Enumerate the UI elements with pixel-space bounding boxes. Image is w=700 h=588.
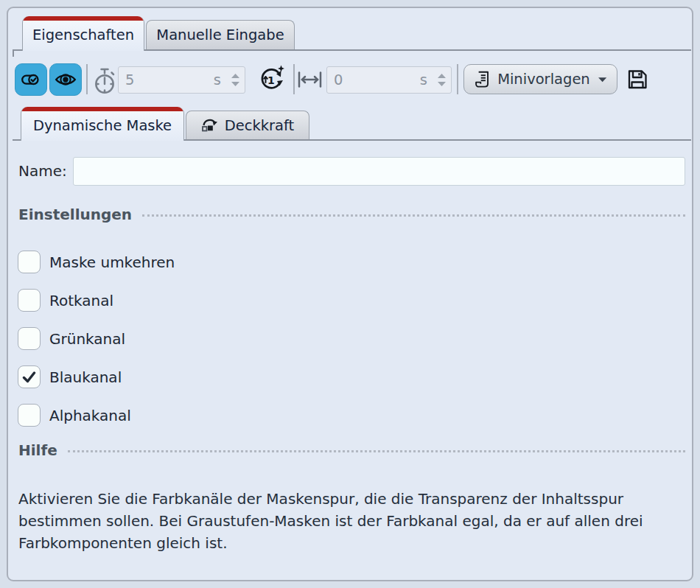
toolbar-separator: [86, 64, 88, 94]
duration-spinbox[interactable]: s: [118, 66, 245, 94]
duration-input[interactable]: [125, 71, 214, 88]
help-section-header: Hilfe: [18, 441, 685, 459]
channel-checkbox-group: Maske umkehren Rotkanal Grünkanal Blauka…: [18, 251, 175, 442]
rotate-icon: [201, 117, 219, 133]
checkbox-label[interactable]: Grünkanal: [49, 330, 125, 348]
tab-deckkraft-label: Deckkraft: [225, 117, 294, 134]
active-tab-accent: [21, 107, 183, 111]
checkbox-gruenkanal[interactable]: Grünkanal: [18, 327, 175, 350]
spin-up-icon[interactable]: [231, 74, 239, 78]
toolbar-separator: [293, 64, 295, 94]
checkbox-box[interactable]: [18, 289, 41, 312]
tab-manuelle-eingabe-label: Manuelle Eingabe: [156, 27, 284, 43]
preview-toggle-button[interactable]: [49, 63, 82, 96]
checkbox-box[interactable]: [18, 365, 41, 388]
eye-icon: [54, 68, 77, 91]
checkbox-rotkanal[interactable]: Rotkanal: [18, 289, 175, 312]
position-input[interactable]: [334, 71, 420, 88]
main-tabbar-corner: [13, 50, 14, 57]
spin-up-icon[interactable]: [438, 74, 446, 78]
name-input[interactable]: [73, 157, 685, 186]
checkbox-label[interactable]: Maske umkehren: [49, 253, 175, 271]
toggle-check-icon: [20, 69, 42, 91]
position-spinbox[interactable]: s: [326, 66, 452, 94]
duration-suffix: s: [214, 71, 221, 88]
tab-deckkraft[interactable]: Deckkraft: [186, 111, 309, 139]
checkbox-box[interactable]: [18, 404, 41, 427]
width-icon: [297, 71, 323, 88]
checkbox-label[interactable]: Alphakanal: [49, 407, 131, 424]
checkbox-blaukanal[interactable]: Blaukanal: [18, 365, 175, 388]
tab-eigenschaften[interactable]: Eigenschaften: [22, 16, 144, 51]
settings-section-header: Einstellungen: [18, 206, 685, 223]
help-section-title: Hilfe: [18, 441, 57, 459]
duration-spin-buttons[interactable]: [231, 74, 239, 86]
effect-properties-panel: { "main_tabs": [ { "label": "Eigenschaft…: [0, 0, 700, 588]
active-tab-accent: [23, 16, 144, 21]
checkbox-label[interactable]: Rotkanal: [49, 292, 113, 309]
help-text: Aktivieren Sie die Farbkanäle der Masken…: [18, 488, 667, 554]
checkbox-alphakanal[interactable]: Alphakanal: [18, 404, 175, 427]
template-scroll-icon: [474, 69, 490, 89]
stopwatch-icon: [92, 67, 117, 97]
tab-manuelle-eingabe[interactable]: Manuelle Eingabe: [146, 20, 295, 49]
name-label: Name:: [18, 157, 67, 186]
toolbar-separator: [457, 64, 458, 94]
section-divider: [68, 450, 685, 452]
checkbox-label[interactable]: Blaukanal: [49, 368, 122, 386]
checkbox-maske-umkehren[interactable]: Maske umkehren: [18, 251, 175, 273]
keyframe-toggle-button[interactable]: [15, 63, 47, 96]
settings-section-title: Einstellungen: [18, 206, 132, 223]
templates-dropdown-button[interactable]: Minivorlagen: [463, 64, 617, 94]
checkbox-box[interactable]: [18, 327, 41, 350]
templates-button-label: Minivorlagen: [497, 71, 590, 88]
svg-text:1: 1: [267, 74, 275, 86]
refresh-keyframe-icon[interactable]: 1: [256, 64, 286, 95]
tab-dynamische-maske[interactable]: Dynamische Maske: [21, 107, 184, 141]
check-icon: [21, 369, 37, 385]
dropdown-arrow-icon: [598, 76, 607, 83]
position-spin-buttons[interactable]: [438, 74, 446, 86]
spin-down-icon[interactable]: [231, 82, 239, 86]
spin-down-icon[interactable]: [438, 82, 446, 86]
position-suffix: s: [420, 71, 427, 88]
save-icon[interactable]: [626, 68, 649, 91]
section-divider: [142, 214, 685, 217]
checkbox-box[interactable]: [18, 251, 41, 273]
